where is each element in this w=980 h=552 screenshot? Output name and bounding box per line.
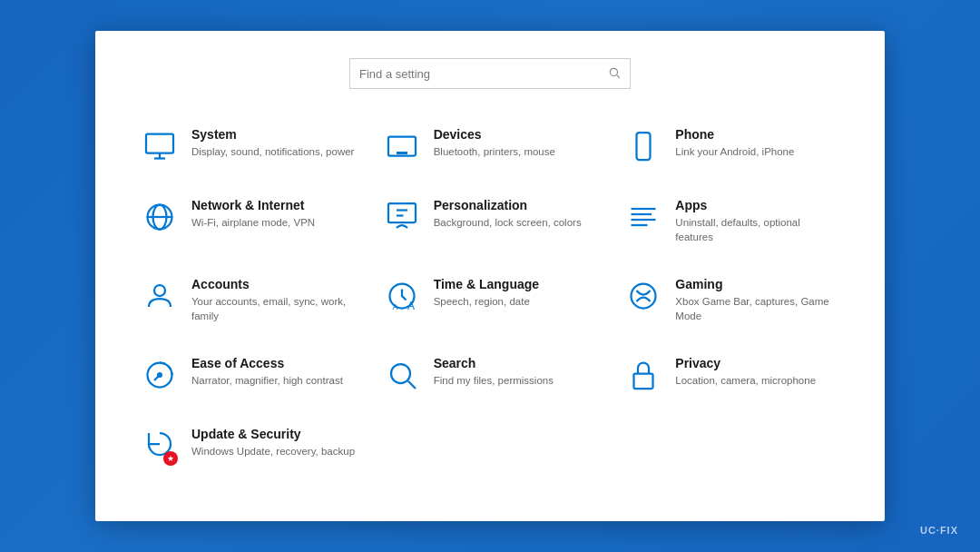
devices-desc: Bluetooth, printers, mouse — [434, 144, 598, 159]
search-bar[interactable] — [349, 58, 631, 89]
system-desc: Display, sound, notifications, power — [191, 144, 356, 159]
keyboard-icon — [383, 127, 421, 165]
setting-item-network[interactable]: Network & InternetWi-Fi, airplane mode, … — [132, 185, 365, 257]
person-icon — [141, 277, 179, 315]
setting-item-privacy[interactable]: PrivacyLocation, camera, microphone — [615, 343, 848, 407]
setting-item-accounts[interactable]: AccountsYour accounts, email, sync, work… — [132, 264, 365, 336]
devices-text: DevicesBluetooth, printers, mouse — [434, 127, 598, 159]
svg-rect-20 — [388, 203, 416, 222]
xbox-icon — [624, 277, 662, 315]
svg-point-0 — [610, 68, 617, 75]
search-bar-container — [132, 58, 848, 89]
search-desc: Find my files, permissions — [434, 373, 598, 388]
apps-desc: Uninstall, defaults, optional features — [675, 215, 839, 244]
ease-title: Ease of Access — [191, 356, 356, 370]
search-icon — [608, 66, 621, 82]
outer-background: SystemDisplay, sound, notifications, pow… — [0, 0, 980, 552]
gaming-desc: Xbox Game Bar, captures, Game Mode — [675, 294, 839, 323]
monitor-icon — [141, 127, 179, 165]
system-title: System — [191, 127, 356, 142]
search-text: SearchFind my files, permissions — [434, 356, 598, 388]
svg-point-34 — [391, 364, 410, 383]
setting-item-personalization[interactable]: PersonalizationBackground, lock screen, … — [374, 185, 607, 257]
svg-text:A: A — [407, 300, 415, 312]
apps-title: Apps — [675, 198, 839, 212]
settings-panel: SystemDisplay, sound, notifications, pow… — [95, 31, 885, 521]
svg-point-27 — [154, 285, 165, 296]
accounts-text: AccountsYour accounts, email, sync, work… — [191, 277, 356, 323]
accounts-title: Accounts — [191, 277, 356, 291]
setting-item-apps[interactable]: AppsUninstall, defaults, optional featur… — [615, 185, 848, 257]
phone-desc: Link your Android, iPhone — [675, 144, 839, 159]
apps-icon — [624, 198, 662, 236]
accounts-desc: Your accounts, email, sync, work, family — [191, 294, 356, 323]
apps-text: AppsUninstall, defaults, optional featur… — [675, 198, 839, 244]
personalization-title: Personalization — [434, 198, 598, 212]
svg-point-31 — [632, 284, 656, 309]
svg-rect-36 — [634, 374, 653, 389]
update-text: Update & SecurityWindows Update, recover… — [191, 427, 356, 458]
svg-line-35 — [407, 381, 415, 389]
phone-title: Phone — [675, 127, 839, 142]
settings-grid: SystemDisplay, sound, notifications, pow… — [132, 114, 848, 478]
time-icon: AA — [383, 277, 421, 315]
setting-item-update[interactable]: Update & SecurityWindows Update, recover… — [132, 414, 365, 478]
update-desc: Windows Update, recovery, backup — [191, 444, 356, 458]
privacy-text: PrivacyLocation, camera, microphone — [675, 356, 839, 388]
time-title: Time & Language — [434, 277, 598, 291]
brush-icon — [383, 198, 421, 236]
network-desc: Wi-Fi, airplane mode, VPN — [191, 215, 356, 230]
svg-point-33 — [157, 372, 162, 378]
system-text: SystemDisplay, sound, notifications, pow… — [191, 127, 356, 159]
network-title: Network & Internet — [191, 198, 356, 212]
svg-text:A: A — [392, 302, 397, 311]
gaming-title: Gaming — [675, 277, 839, 291]
search-input[interactable] — [359, 67, 608, 81]
time-text: Time & LanguageSpeech, region, date — [434, 277, 598, 309]
setting-item-system[interactable]: SystemDisplay, sound, notifications, pow… — [132, 114, 365, 178]
setting-item-phone[interactable]: PhoneLink your Android, iPhone — [615, 114, 848, 178]
privacy-desc: Location, camera, microphone — [675, 373, 839, 388]
globe-icon — [141, 198, 179, 236]
ease-icon — [141, 356, 179, 394]
phone-text: PhoneLink your Android, iPhone — [675, 127, 839, 159]
search-icon — [383, 356, 421, 394]
update-title: Update & Security — [191, 427, 356, 441]
svg-line-1 — [617, 74, 620, 77]
setting-item-devices[interactable]: DevicesBluetooth, printers, mouse — [374, 114, 607, 178]
devices-title: Devices — [434, 127, 598, 142]
network-text: Network & InternetWi-Fi, airplane mode, … — [191, 198, 356, 230]
watermark: UC·FIX — [920, 525, 958, 536]
personalization-desc: Background, lock screen, colors — [434, 215, 598, 230]
setting-item-time[interactable]: AATime & LanguageSpeech, region, date — [374, 264, 607, 336]
privacy-title: Privacy — [675, 356, 839, 370]
svg-rect-2 — [146, 134, 173, 153]
update-icon — [141, 427, 179, 465]
phone-icon — [624, 127, 662, 165]
ease-desc: Narrator, magnifier, high contrast — [191, 373, 356, 388]
setting-item-gaming[interactable]: GamingXbox Game Bar, captures, Game Mode — [615, 264, 848, 336]
svg-rect-15 — [637, 133, 651, 160]
ease-text: Ease of AccessNarrator, magnifier, high … — [191, 356, 356, 388]
setting-item-search[interactable]: SearchFind my files, permissions — [374, 343, 607, 407]
time-desc: Speech, region, date — [434, 294, 598, 309]
lock-icon — [624, 356, 662, 394]
setting-item-ease[interactable]: Ease of AccessNarrator, magnifier, high … — [132, 343, 365, 407]
personalization-text: PersonalizationBackground, lock screen, … — [434, 198, 598, 230]
search-title: Search — [434, 356, 598, 370]
gaming-text: GamingXbox Game Bar, captures, Game Mode — [675, 277, 839, 323]
